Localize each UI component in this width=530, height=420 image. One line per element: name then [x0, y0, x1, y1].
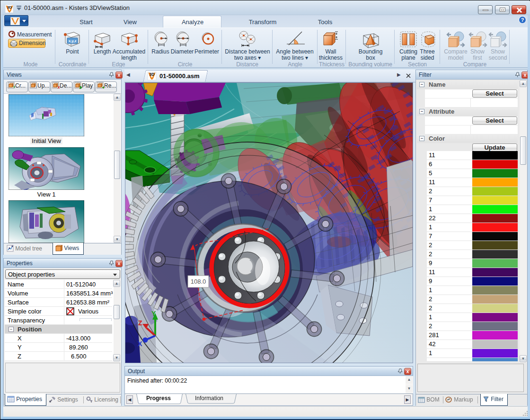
svg-text:▶: ▶	[80, 85, 82, 89]
svg-text:↑: ↑	[35, 85, 38, 89]
svg-text:3D: 3D	[7, 5, 12, 9]
svg-text:3D: 3D	[150, 72, 155, 77]
svg-text:X: X	[138, 340, 142, 348]
svg-text:◀: ◀	[102, 85, 105, 89]
svg-text:?: ?	[521, 17, 524, 23]
svg-text:Z: Z	[138, 319, 142, 327]
svg-text:108.0: 108.0	[191, 278, 206, 285]
svg-text:+: +	[13, 85, 16, 89]
svg-text:x: x	[58, 85, 60, 89]
svg-text:Y: Y	[151, 310, 156, 317]
svg-text:x,y,z: x,y,z	[69, 39, 77, 43]
